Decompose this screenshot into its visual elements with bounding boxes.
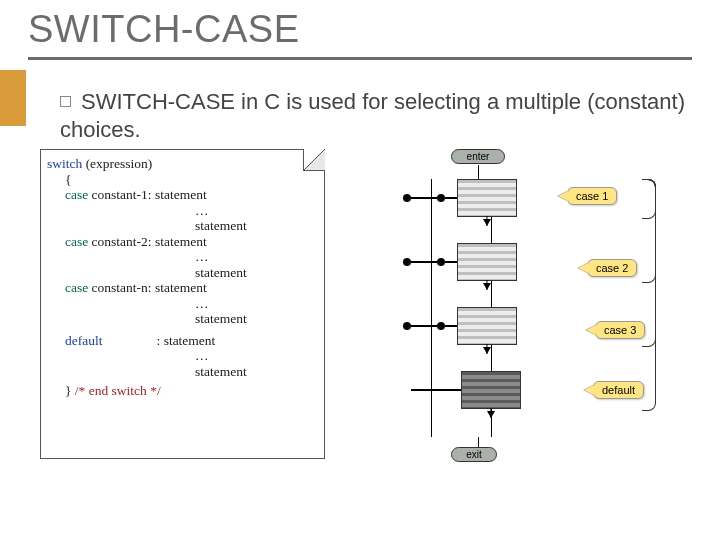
connector (445, 261, 457, 262)
const2: constant-2: (88, 234, 155, 249)
callout-default: default (593, 381, 644, 399)
connector (411, 197, 437, 198)
stmt: statement (47, 311, 318, 327)
connector (478, 437, 479, 447)
callout-case-2: case 2 (587, 259, 637, 277)
arrow-down-icon (483, 283, 491, 290)
default-sep: : (102, 333, 163, 348)
exit-node: exit (451, 447, 497, 462)
connector (411, 261, 437, 262)
constn: constant-n: (88, 280, 155, 295)
case-block (457, 179, 517, 217)
accent-bar (0, 70, 26, 126)
kw-switch: switch (47, 156, 82, 171)
connector (411, 389, 461, 390)
default-row (403, 371, 521, 409)
case-row-2 (403, 243, 517, 281)
case-dot (437, 194, 445, 202)
connector (491, 281, 492, 307)
arrow-down-icon (483, 347, 491, 354)
case-block (457, 243, 517, 281)
kw-default: default (65, 333, 102, 348)
connector (491, 345, 492, 371)
bullet-icon (60, 96, 71, 107)
stmt: statement (47, 218, 318, 234)
const1: constant-1: (88, 187, 155, 202)
title-underline (28, 57, 692, 60)
kw-case-n: case (65, 280, 88, 295)
enter-node: enter (451, 149, 505, 164)
stmt: statement (155, 187, 207, 202)
kw-case-1: case (65, 187, 88, 202)
dots: … (47, 348, 318, 364)
expr: (expression) (82, 156, 152, 171)
connector (491, 409, 492, 437)
stmt: statement (47, 364, 318, 380)
case-dot (437, 322, 445, 330)
callout-case-1: case 1 (567, 187, 617, 205)
connector (445, 325, 457, 326)
slide-header: SWITCH-CASE (0, 0, 720, 62)
case-row-3 (403, 307, 517, 345)
callout-case-3: case 3 (595, 321, 645, 339)
entry-dot (403, 322, 411, 330)
flow-diagram: enter case 1 case 2 (335, 149, 700, 469)
code-snippet: switch (expression) { case constant-1: s… (40, 149, 325, 459)
connector (478, 165, 479, 179)
dots: … (47, 249, 318, 265)
dots: … (47, 296, 318, 312)
stmt: statement (47, 265, 318, 281)
stmt: statement (155, 234, 207, 249)
page-fold-icon (303, 149, 325, 171)
open-brace: { (47, 172, 318, 188)
end-comment: /* end switch */ (71, 383, 160, 398)
stmt: statement (164, 333, 216, 348)
connector (491, 217, 492, 243)
dots: … (47, 203, 318, 219)
entry-dot (403, 194, 411, 202)
connector (411, 325, 437, 326)
stmt: statement (155, 280, 207, 295)
case-row-1 (403, 179, 517, 217)
default-block (461, 371, 521, 409)
connector (445, 197, 457, 198)
kw-case-2: case (65, 234, 88, 249)
case-dot (437, 258, 445, 266)
slide-title: SWITCH-CASE (28, 8, 692, 51)
body-text: SWITCH-CASE in C is used for selecting a… (0, 62, 720, 147)
bullet-content: SWITCH-CASE in C is used for selecting a… (60, 89, 685, 142)
entry-dot (403, 258, 411, 266)
arrow-down-icon (483, 219, 491, 226)
case-block (457, 307, 517, 345)
brace (642, 179, 656, 411)
content-row: switch (expression) { case constant-1: s… (0, 147, 720, 469)
